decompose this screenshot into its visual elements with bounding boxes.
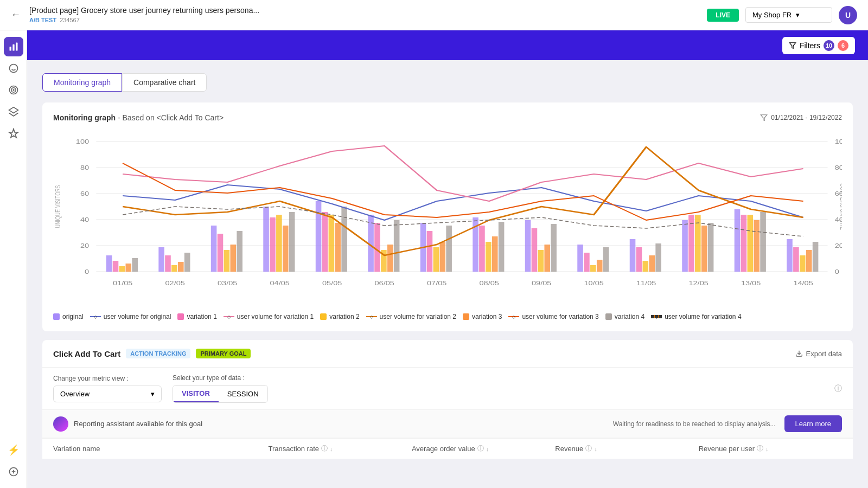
svg-rect-99 bbox=[760, 212, 766, 272]
svg-text:100: 100 bbox=[835, 138, 842, 145]
badge-action: ACTION TRACKING bbox=[126, 349, 190, 358]
chevron-down-icon: ▾ bbox=[796, 11, 800, 19]
svg-rect-97 bbox=[748, 215, 754, 272]
sidebar-icon-target[interactable] bbox=[4, 80, 23, 100]
data-type-label: Select your type of data : bbox=[173, 374, 268, 382]
svg-rect-74 bbox=[499, 222, 505, 272]
svg-rect-51 bbox=[270, 217, 276, 272]
svg-marker-14 bbox=[761, 115, 767, 121]
goal-section: Click Add To Cart ACTION TRACKING PRIMAR… bbox=[42, 340, 853, 459]
tab-comparative[interactable]: Comparative chart bbox=[122, 73, 207, 92]
sidebar-icon-layers[interactable] bbox=[4, 102, 23, 121]
legend-line-user-vol-v2: ◇ bbox=[366, 316, 377, 317]
svg-text:14/05: 14/05 bbox=[793, 280, 813, 287]
ab-badge: A/B TEST 234567 bbox=[29, 17, 80, 23]
assistant-text: Reporting assistant available for this g… bbox=[74, 420, 202, 428]
sidebar-icon-add[interactable] bbox=[4, 462, 23, 481]
svg-text:20: 20 bbox=[80, 242, 89, 249]
legend-color-v1 bbox=[177, 313, 184, 320]
col-revenue-per-user: Revenue per user ⓘ ↓ bbox=[699, 444, 842, 453]
sort-icon-avg-order[interactable]: ↓ bbox=[486, 446, 489, 452]
legend-user-vol-v1: ◇ user volume for variation 1 bbox=[224, 313, 314, 320]
back-button[interactable]: ← bbox=[11, 9, 21, 21]
shop-name: My Shop FR bbox=[752, 11, 792, 19]
svg-rect-36 bbox=[113, 261, 119, 272]
content-area: Filters 10 6 Monitoring graph Comparativ… bbox=[27, 30, 868, 488]
legend-line-user-vol-v3: ◇ bbox=[508, 316, 519, 317]
purple-band: Filters 10 6 bbox=[27, 30, 868, 60]
svg-rect-82 bbox=[590, 265, 596, 272]
svg-rect-59 bbox=[341, 207, 347, 272]
svg-text:80: 80 bbox=[80, 164, 89, 171]
filter-count-2: 6 bbox=[838, 40, 848, 51]
svg-rect-47 bbox=[224, 250, 230, 272]
svg-rect-67 bbox=[433, 247, 439, 272]
filters-button[interactable]: Filters 10 6 bbox=[782, 37, 855, 54]
svg-rect-77 bbox=[538, 250, 544, 272]
ab-badge-label: A/B TEST bbox=[29, 17, 56, 23]
sort-icon-revenue[interactable]: ↓ bbox=[594, 446, 597, 452]
sort-icon-rev-per-user[interactable]: ↓ bbox=[765, 446, 769, 452]
legend-line-user-vol-v1: ◇ bbox=[224, 316, 234, 317]
col-transaction-rate-label: Transaction rate bbox=[269, 445, 319, 453]
export-icon bbox=[795, 350, 803, 357]
svg-rect-90 bbox=[682, 220, 688, 272]
legend-label-v3: variation 3 bbox=[472, 313, 502, 320]
chart-title: Monitoring graph - Based on <Click Add T… bbox=[53, 113, 224, 122]
legend-user-vol-v4: ◇ user volume for variation 4 bbox=[651, 313, 741, 320]
svg-rect-102 bbox=[800, 255, 806, 272]
export-button[interactable]: Export data bbox=[795, 350, 843, 358]
svg-rect-80 bbox=[577, 245, 583, 272]
svg-rect-50 bbox=[263, 207, 269, 272]
svg-rect-49 bbox=[237, 231, 242, 272]
waiting-text: Waiting for readiness to be reached to d… bbox=[613, 420, 776, 428]
svg-rect-55 bbox=[316, 201, 322, 272]
svg-rect-98 bbox=[754, 220, 760, 272]
col-revenue-label: Revenue bbox=[555, 445, 583, 453]
legend-label-v1: variation 1 bbox=[187, 313, 216, 320]
metric-select[interactable]: Overview ▾ bbox=[53, 386, 162, 402]
avatar[interactable]: U bbox=[839, 6, 857, 24]
info-icon-avg-order[interactable]: ⓘ bbox=[477, 444, 484, 453]
assistant-icon bbox=[53, 416, 68, 432]
sidebar-icon-smile[interactable] bbox=[4, 59, 23, 78]
live-badge: LIVE bbox=[707, 9, 739, 22]
svg-rect-89 bbox=[655, 243, 661, 272]
svg-text:07/05: 07/05 bbox=[427, 280, 446, 287]
sidebar-icon-bolt[interactable]: ⚡ bbox=[4, 440, 23, 460]
info-icon[interactable]: ⓘ bbox=[834, 384, 842, 394]
table-header: Variation name Transaction rate ⓘ ↓ Aver… bbox=[42, 438, 853, 459]
info-icon-transaction[interactable]: ⓘ bbox=[321, 444, 328, 453]
svg-rect-104 bbox=[813, 242, 819, 272]
sidebar-icon-sparkle[interactable] bbox=[4, 124, 23, 143]
tab-monitoring[interactable]: Monitoring graph bbox=[42, 73, 122, 92]
sidebar-bottom: ⚡ bbox=[4, 440, 23, 481]
legend-variation2: variation 2 bbox=[320, 313, 359, 320]
svg-rect-57 bbox=[329, 215, 335, 272]
info-icon-rev-per-user[interactable]: ⓘ bbox=[757, 444, 763, 453]
svg-rect-101 bbox=[793, 247, 799, 272]
svg-text:CONVERSION RATE: CONVERSION RATE bbox=[839, 183, 842, 230]
session-btn[interactable]: SESSION bbox=[219, 386, 267, 402]
svg-rect-40 bbox=[158, 247, 164, 272]
visitor-btn[interactable]: VISITOR bbox=[173, 386, 219, 402]
svg-text:80: 80 bbox=[835, 164, 842, 171]
legend-variation3: variation 3 bbox=[463, 313, 502, 320]
legend-line-user-vol-orig: ◇ bbox=[90, 316, 101, 317]
chart-legend: original ◇ user volume for original vari… bbox=[53, 313, 842, 320]
sort-icon-transaction[interactable]: ↓ bbox=[330, 446, 333, 452]
shop-selector[interactable]: My Shop FR ▾ bbox=[745, 7, 832, 23]
svg-rect-63 bbox=[387, 245, 393, 272]
learn-more-button[interactable]: Learn more bbox=[784, 415, 842, 432]
svg-text:02/05: 02/05 bbox=[165, 280, 185, 287]
legend-user-vol-v3: ◇ user volume for variation 3 bbox=[508, 313, 598, 320]
sidebar-icon-stats[interactable] bbox=[4, 37, 23, 56]
chart-header: Monitoring graph - Based on <Click Add T… bbox=[53, 113, 842, 122]
info-icon-revenue[interactable]: ⓘ bbox=[585, 444, 592, 453]
svg-text:40: 40 bbox=[80, 216, 89, 223]
filter-icon bbox=[789, 42, 796, 49]
metric-section: Change your metric view : Overview ▾ bbox=[53, 375, 162, 402]
page-title: [Product page] Grocery store user journe… bbox=[29, 6, 707, 15]
chart-section: Monitoring graph - Based on <Click Add T… bbox=[42, 102, 853, 331]
filter-small-icon bbox=[760, 114, 768, 121]
